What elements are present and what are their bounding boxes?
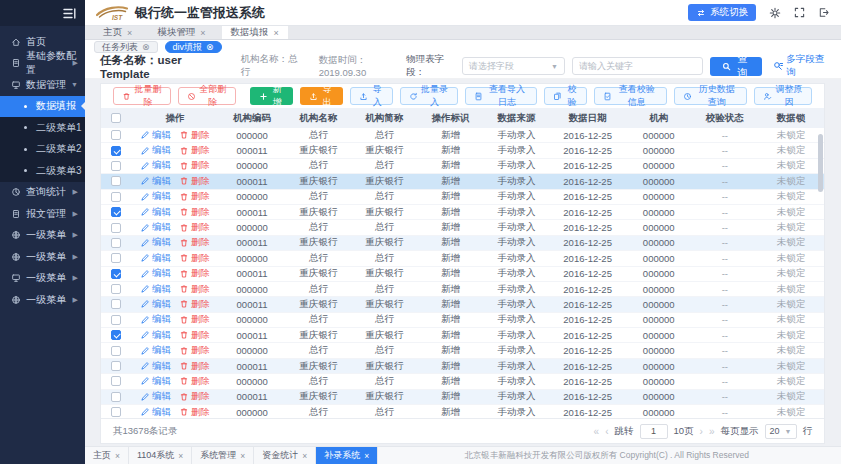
settings-gear-icon[interactable] [769,7,781,19]
import-button[interactable]: 导入 [350,87,393,105]
bottom-tab-4[interactable]: 补录系统× [316,447,378,464]
close-icon[interactable]: × [127,28,132,38]
multi-field-search-link[interactable]: 多字段查询 [773,53,825,79]
close-icon[interactable]: × [200,28,205,38]
sidebar-item-9[interactable]: 一级菜单▶ [0,225,85,247]
table-row[interactable]: 编辑删除000011重庆银行重庆银行新增手动录入2016-12-25000000… [101,174,824,189]
table-row[interactable]: 编辑删除000011重庆银行重庆银行新增手动录入2016-12-25000000… [101,236,824,251]
edit-link[interactable]: 编辑 [140,129,171,142]
row-checkbox[interactable] [111,330,121,340]
edit-link[interactable]: 编辑 [140,159,171,172]
delete-link[interactable]: 删除 [179,344,210,357]
prev-page-icon[interactable]: ‹ [605,426,608,437]
delete-link[interactable]: 删除 [179,206,210,219]
adjust-reason-button[interactable]: 调整原因 [754,87,812,105]
delete-link[interactable]: 删除 [179,129,210,142]
table-row[interactable]: 编辑删除000000总行总行新增手动录入2016-12-25000000--未锁… [101,220,824,235]
table-row[interactable]: 编辑删除000000总行总行新增手动录入2016-12-25000000--未锁… [101,159,824,174]
view-validate-info-button[interactable]: 查看校验信息 [594,87,667,105]
delete-link[interactable]: 删除 [179,267,210,280]
close-circle-icon[interactable]: ⊗ [142,42,150,52]
edit-link[interactable]: 编辑 [140,329,171,342]
delete-link[interactable]: 删除 [179,221,210,234]
table-row[interactable]: 编辑删除000000总行总行新增手动录入2016-12-25000000--未锁… [101,374,824,389]
sidebar-item-8[interactable]: 报文管理▶ [0,203,85,225]
next-page-icon[interactable]: › [700,426,703,437]
row-checkbox[interactable] [111,376,121,386]
edit-link[interactable]: 编辑 [140,298,171,311]
table-row[interactable]: 编辑删除000000总行总行新增手动录入2016-12-25000000--未锁… [101,190,824,205]
sidebar-item-5[interactable]: 二级菜单2 [0,139,85,161]
delete-link[interactable]: 删除 [179,298,210,311]
edit-link[interactable]: 编辑 [140,221,171,234]
table-row[interactable]: 编辑删除000000总行总行新增手动录入2016-12-25000000--未锁… [101,282,824,297]
row-checkbox[interactable] [111,223,121,233]
delete-link[interactable]: 删除 [179,313,210,326]
sidebar-item-12[interactable]: 一级菜单▶ [0,289,85,311]
row-checkbox[interactable] [111,407,121,417]
row-checkbox[interactable] [111,392,121,402]
edit-link[interactable]: 编辑 [140,360,171,373]
table-row[interactable]: 编辑删除000011重庆银行重庆银行新增手动录入2016-12-25000000… [101,390,824,405]
close-icon[interactable]: × [274,28,279,38]
sidebar-item-4[interactable]: 二级菜单1 [0,117,85,139]
edit-link[interactable]: 编辑 [140,283,171,296]
system-switch-button[interactable]: 系统切换 [688,4,756,21]
sidebar-item-3[interactable]: 数据填报 [0,96,85,118]
row-checkbox[interactable] [111,207,121,217]
sidebar-item-1[interactable]: 基础参数配置▶ [0,53,85,75]
last-page-icon[interactable]: » [709,426,715,437]
sidebar-item-6[interactable]: 二级菜单3 [0,160,85,182]
row-checkbox[interactable] [111,346,121,356]
edit-link[interactable]: 编辑 [140,252,171,265]
row-checkbox[interactable] [111,315,121,325]
tab-1[interactable]: 模块管理× [148,26,214,39]
sidebar-item-11[interactable]: 一级菜单▶ [0,268,85,290]
scrollbar-thumb[interactable] [818,134,823,192]
delete-link[interactable]: 删除 [179,144,210,157]
edit-link[interactable]: 编辑 [140,406,171,418]
delete-link[interactable]: 删除 [179,406,210,418]
table-row[interactable]: 编辑删除000011重庆银行重庆银行新增手动录入2016-12-25000000… [101,205,824,220]
fullscreen-icon[interactable] [794,7,805,18]
delete-all-button[interactable]: 全部删除 [178,87,236,105]
validate-button[interactable]: 校验 [544,87,587,105]
row-checkbox[interactable] [111,146,121,156]
table-row[interactable]: 编辑删除000000总行总行新增手动录入2016-12-25000000--未锁… [101,128,824,143]
breadcrumb-chip-1[interactable]: div填报⊗ [165,41,222,53]
row-checkbox[interactable] [111,269,121,279]
bottom-tab-2[interactable]: 系统管理× [192,447,254,464]
close-icon[interactable]: × [240,451,245,461]
delete-link[interactable]: 删除 [179,236,210,249]
edit-link[interactable]: 编辑 [140,267,171,280]
per-page-select[interactable]: 20 ▼ [765,424,797,439]
row-checkbox[interactable] [111,192,121,202]
field-select[interactable]: 请选择字段 ▼ [462,57,565,75]
export-button[interactable]: 导出 [300,87,343,105]
close-icon[interactable]: × [178,451,183,461]
vertical-scrollbar[interactable] [818,129,823,418]
delete-link[interactable]: 删除 [179,175,210,188]
row-checkbox[interactable] [111,299,121,309]
row-checkbox[interactable] [111,253,121,263]
row-checkbox[interactable] [111,238,121,248]
edit-link[interactable]: 编辑 [140,375,171,388]
edit-link[interactable]: 编辑 [140,313,171,326]
edit-link[interactable]: 编辑 [140,344,171,357]
history-query-button[interactable]: 历史数据查询 [674,87,747,105]
bottom-tab-0[interactable]: 主页× [85,447,129,464]
delete-link[interactable]: 删除 [179,360,210,373]
view-import-log-button[interactable]: 查看导入日志 [465,87,538,105]
bottom-tab-3[interactable]: 资金统计× [254,447,316,464]
table-row[interactable]: 编辑删除000011重庆银行重庆银行新增手动录入2016-12-25000000… [101,328,824,343]
breadcrumb-chip-0[interactable]: 任务列表⊗ [94,41,158,53]
delete-link[interactable]: 删除 [179,190,210,203]
table-row[interactable]: 编辑删除000000总行总行新增手动录入2016-12-25000000--未锁… [101,405,824,418]
close-icon[interactable]: × [364,451,369,461]
delete-link[interactable]: 删除 [179,283,210,296]
edit-link[interactable]: 编辑 [140,206,171,219]
row-checkbox[interactable] [111,130,121,140]
table-row[interactable]: 编辑删除000011重庆银行重庆银行新增手动录入2016-12-25000000… [101,143,824,158]
close-icon[interactable]: × [115,451,120,461]
table-row[interactable]: 编辑删除000000总行总行新增手动录入2016-12-25000000--未锁… [101,251,824,266]
